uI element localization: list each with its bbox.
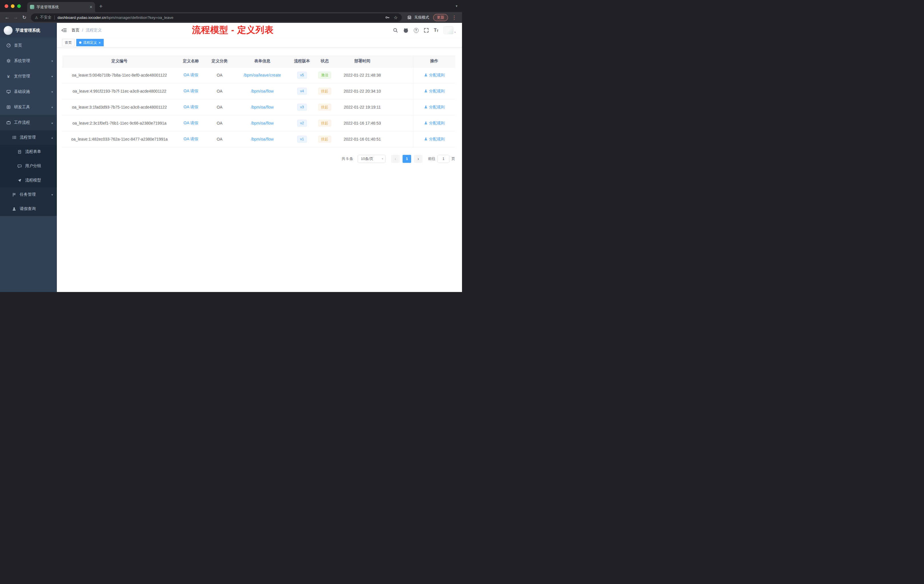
- chevron-down-icon: ▾: [51, 90, 53, 93]
- sidebar-item-workflow[interactable]: 工作流程 ▴: [0, 115, 57, 130]
- browser-menu-icon[interactable]: ⋮: [452, 15, 457, 21]
- not-secure-label[interactable]: 不安全: [40, 15, 52, 20]
- filler-cell: [389, 115, 413, 131]
- new-tab-button[interactable]: +: [99, 3, 102, 9]
- sidebar-item-user-groups[interactable]: 用户分组: [0, 159, 57, 173]
- filler-cell: [389, 83, 413, 99]
- prev-page-button[interactable]: ‹: [391, 155, 400, 163]
- tag-home[interactable]: 首页: [62, 39, 74, 46]
- definition-id-cell: oa_leave:1:482ec033-762a-11ec-8477-a2380…: [62, 131, 177, 147]
- assign-rule-link[interactable]: 分配规则: [424, 89, 445, 94]
- table-header-row: 定义编号 定义名称 定义分类 表单信息 流程版本 状态 部署时间 操作: [62, 55, 455, 67]
- close-window-button[interactable]: [5, 4, 8, 8]
- app-root: 芋道管理系统 首页 系统管理 ▾ ¥ 支付管理 ▾: [0, 23, 462, 292]
- definition-name-link[interactable]: OA 请假: [183, 137, 198, 141]
- tag-process-definition[interactable]: 流程定义 ×: [76, 39, 104, 46]
- sidebar-item-system[interactable]: 系统管理 ▾: [0, 53, 57, 69]
- person-icon: [12, 207, 16, 211]
- zoom-window-button[interactable]: [17, 4, 21, 8]
- sidebar-item-infrastructure[interactable]: 基础设施 ▾: [0, 84, 57, 99]
- url-path: /bpm/manager/definition?key=oa_leave: [106, 15, 173, 20]
- version-badge: v4: [297, 88, 307, 95]
- browser-window: 芋道管理系统 × + ▾ ← → ↻ ⚠ 不安全 dashboard.yudao…: [0, 0, 462, 292]
- password-key-icon[interactable]: [385, 15, 390, 20]
- table-row: oa_leave:4:991f2193-7b7f-11ec-a3c8-acde4…: [62, 83, 455, 99]
- table-row: oa_leave:3:1fad3d93-7b75-11ec-a3c8-acde4…: [62, 99, 455, 115]
- sidebar: 芋道管理系统 首页 系统管理 ▾ ¥ 支付管理 ▾: [0, 23, 57, 292]
- fullscreen-icon[interactable]: [424, 28, 429, 33]
- definition-name-link[interactable]: OA 请假: [183, 89, 198, 93]
- deploy-time-cell: 2022-01-22 21:48:38: [336, 67, 389, 83]
- form-link[interactable]: /bpm/oa/leave/create: [244, 73, 281, 78]
- minimize-window-button[interactable]: [11, 4, 15, 8]
- assign-rule-link[interactable]: 分配规则: [424, 120, 445, 126]
- status-badge: 激活: [318, 72, 331, 79]
- reload-button[interactable]: ↻: [20, 13, 28, 22]
- page-number-button[interactable]: 1: [403, 155, 411, 163]
- chevron-down-icon: ▾: [382, 157, 383, 160]
- form-link[interactable]: /bpm/oa/flow: [251, 121, 274, 125]
- sidebar-collapse-icon[interactable]: [61, 27, 67, 33]
- address-bar[interactable]: ⚠ 不安全 dashboard.yudao.iocoder.cn/bpm/man…: [31, 13, 402, 22]
- sidebar-item-devtools[interactable]: 研发工具 ▾: [0, 99, 57, 115]
- dashboard-icon: [6, 43, 11, 48]
- definition-id-cell: oa_leave:5:004b710b-7b8a-11ec-8ef0-acde4…: [62, 67, 177, 83]
- version-badge: v2: [297, 120, 307, 127]
- assign-rule-link[interactable]: 分配规则: [424, 137, 445, 142]
- assign-rule-link[interactable]: 分配规则: [424, 73, 445, 78]
- avatar[interactable]: [444, 26, 454, 34]
- search-icon[interactable]: [393, 28, 398, 33]
- incognito-label: 无痕模式: [414, 15, 429, 20]
- chevron-down-icon: ▾: [51, 59, 53, 63]
- sidebar-item-task-management[interactable]: 任务管理 ▾: [0, 187, 57, 202]
- form-link[interactable]: /bpm/oa/flow: [251, 89, 274, 93]
- incognito-icon: [407, 15, 412, 20]
- form-link[interactable]: /bpm/oa/flow: [251, 137, 274, 142]
- form-link[interactable]: /bpm/oa/flow: [251, 105, 274, 109]
- definition-name-link[interactable]: OA 请假: [183, 120, 198, 125]
- chevron-up-icon: ▴: [51, 136, 53, 139]
- sidebar-item-process-models[interactable]: 流程模型: [0, 173, 57, 187]
- definition-name-link[interactable]: OA 请假: [183, 105, 198, 109]
- font-size-icon[interactable]: TT: [434, 28, 439, 33]
- deploy-time-cell: 2022-01-22 19:19:11: [336, 99, 389, 115]
- traffic-lights: [0, 4, 25, 8]
- status-badge: 挂起: [318, 88, 331, 95]
- goto-label: 前往: [428, 156, 436, 162]
- sidebar-item-process-management[interactable]: 流程管理 ▴: [0, 130, 57, 145]
- next-page-button[interactable]: ›: [414, 155, 422, 163]
- version-badge: v1: [297, 136, 307, 143]
- sidebar-item-process-forms[interactable]: 流程表单: [0, 145, 57, 159]
- back-button[interactable]: ←: [3, 13, 12, 22]
- github-icon[interactable]: [403, 28, 409, 33]
- deploy-time-cell: 2022-01-16 01:40:51: [336, 131, 389, 147]
- sidebar-item-leave-query[interactable]: 请假查询: [0, 202, 57, 216]
- col-definition-category: 定义分类: [205, 55, 234, 67]
- sidebar-item-payment[interactable]: ¥ 支付管理 ▾: [0, 69, 57, 84]
- assign-rule-link[interactable]: 分配规则: [424, 105, 445, 110]
- col-operations: 操作: [413, 55, 455, 67]
- chevron-up-icon: ▴: [51, 121, 53, 124]
- tab-overview-chevron-icon[interactable]: ▾: [456, 4, 457, 8]
- workflow-submenu: 流程管理 ▴ 流程表单 用户分组: [0, 130, 57, 216]
- bookmark-star-icon[interactable]: ☆: [394, 15, 398, 20]
- breadcrumb-home[interactable]: 首页: [71, 28, 79, 33]
- definition-name-link[interactable]: OA 请假: [183, 73, 198, 77]
- goto-page-input[interactable]: [437, 155, 449, 163]
- pagination-goto: 前往 页: [428, 155, 455, 163]
- sidebar-item-home[interactable]: 首页: [0, 38, 57, 53]
- breadcrumb: 首页 / 流程定义: [71, 28, 102, 33]
- version-badge: v3: [297, 104, 307, 111]
- user-avatar-wrap[interactable]: ▾: [444, 26, 456, 34]
- page-size-select[interactable]: 10条/页 ▾: [358, 155, 386, 163]
- tab-close-icon[interactable]: ×: [90, 5, 92, 10]
- update-button[interactable]: 更新: [433, 14, 448, 21]
- help-icon[interactable]: ?: [414, 28, 419, 33]
- category-cell: OA: [205, 83, 234, 99]
- filler-cell: [389, 99, 413, 115]
- tag-close-icon[interactable]: ×: [99, 41, 101, 45]
- forward-button[interactable]: →: [12, 13, 20, 22]
- gear-icon: [6, 59, 11, 63]
- url-separator: [54, 15, 54, 20]
- browser-tab[interactable]: 芋道管理系统 ×: [27, 2, 95, 12]
